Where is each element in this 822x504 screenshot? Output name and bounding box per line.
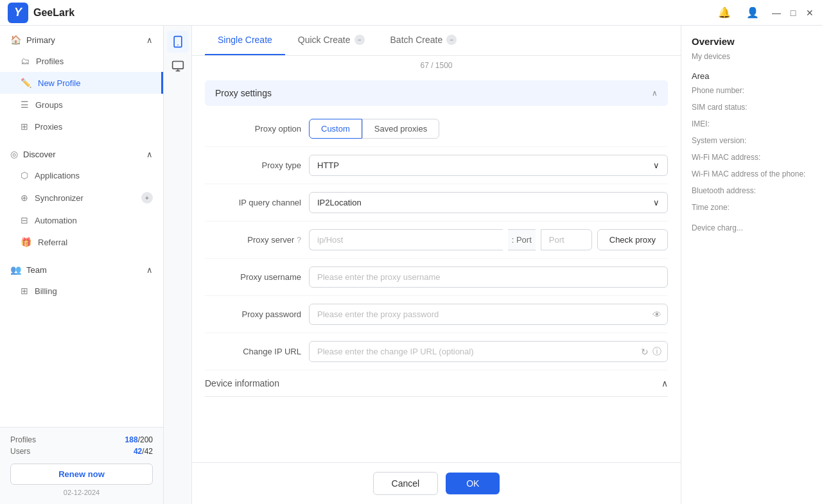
proxy-settings-header[interactable]: Proxy settings ∧ <box>205 80 668 106</box>
applications-icon: ⬡ <box>21 170 28 180</box>
device-info-title: Device information <box>205 378 279 388</box>
proxy-option-label: Proxy option <box>205 124 301 134</box>
overview-panel: Overview My devices Area Phone number: S… <box>681 26 822 504</box>
timezone-label: Time zone: <box>692 203 812 212</box>
proxy-type-label: Proxy type <box>205 161 301 170</box>
applications-label: Applications <box>35 171 80 180</box>
sidebar-item-applications[interactable]: ⬡ Applications <box>0 164 163 186</box>
users-footer-label: Users <box>10 447 30 456</box>
wifi-mac-label: Wi-Fi MAC address: <box>692 153 812 162</box>
automation-icon: ⊟ <box>21 215 28 225</box>
profiles-icon: 🗂 <box>21 56 30 66</box>
proxies-icon: ⊞ <box>21 121 28 132</box>
bell-button[interactable]: 🔔 <box>715 4 733 21</box>
proxy-password-label: Proxy password <box>205 309 301 319</box>
overview-phone-number: Phone number: <box>692 86 812 96</box>
proxy-option-custom-btn[interactable]: Custom <box>309 119 362 139</box>
overview-imei: IMEI: <box>692 119 812 130</box>
titlebar: Y GeeLark 🔔 👤 — □ ✕ <box>0 0 822 26</box>
sidebar-item-billing[interactable]: ⊞ Billing <box>0 280 163 302</box>
sidebar-item-new-profile[interactable]: ✏️ New Profile <box>0 72 163 94</box>
profiles-count-row: Profiles 188/200 <box>10 435 153 444</box>
mobile-nav-button[interactable] <box>167 31 189 53</box>
quick-create-badge: − <box>354 35 365 45</box>
quick-create-label: Quick Create <box>298 35 351 45</box>
users-count: 42/42 <box>134 447 153 456</box>
proxy-password-input[interactable] <box>309 304 668 325</box>
proxy-password-wrapper: 👁 <box>309 304 668 325</box>
team-group-label: Team <box>26 265 47 275</box>
minimize-button[interactable]: — <box>772 8 781 17</box>
proxy-server-row: Proxy server ? : Port Check proxy <box>205 222 668 259</box>
change-ip-control: ↻ ⓘ <box>309 341 668 362</box>
sidebar-item-automation[interactable]: ⊟ Automation <box>0 209 163 231</box>
proxy-server-label: Proxy server ? <box>205 235 301 245</box>
main-content: Single Create Quick Create − Batch Creat… <box>192 26 681 504</box>
tab-single-create[interactable]: Single Create <box>205 26 285 55</box>
tab-batch-create[interactable]: Batch Create − <box>378 26 470 55</box>
users-count-row: Users 42/42 <box>10 447 153 456</box>
ip-query-chevron-icon: ∨ <box>653 198 660 207</box>
referral-label: Referral <box>38 238 67 247</box>
proxy-username-input[interactable] <box>309 266 668 288</box>
bluetooth-label: Bluetooth address: <box>692 186 812 195</box>
sidebar-group-discover[interactable]: ◎ Discover ∧ <box>0 143 163 164</box>
synchronizer-icon: ⊕ <box>21 193 28 203</box>
proxy-server-control: : Port Check proxy <box>309 229 668 250</box>
close-button[interactable]: ✕ <box>805 8 814 17</box>
overview-subtitle: My devices <box>692 52 812 61</box>
overview-wifi-mac-phone: Wi-Fi MAC address of the phone: <box>692 169 812 180</box>
users-total: 42 <box>144 447 153 456</box>
discover-group-label: Discover <box>23 150 56 159</box>
proxy-option-control: Custom Saved proxies <box>309 119 668 139</box>
maximize-button[interactable]: □ <box>789 8 798 17</box>
change-ip-input[interactable] <box>309 341 668 362</box>
proxy-host-input[interactable] <box>309 229 503 250</box>
info-icon[interactable]: ⓘ <box>652 346 661 358</box>
sidebar-item-referral[interactable]: 🎁 Referral <box>0 231 163 253</box>
discover-icon: ◎ <box>10 149 18 159</box>
sidebar-item-groups[interactable]: ☰ Groups <box>0 94 163 116</box>
refresh-icon[interactable]: ↻ <box>641 347 649 357</box>
profiles-count: 188/200 <box>125 435 153 444</box>
proxy-option-toggle-group: Custom Saved proxies <box>309 119 439 139</box>
proxies-label: Proxies <box>35 122 62 132</box>
proxy-username-label: Proxy username <box>205 272 301 282</box>
ip-query-control: IP2Location ∨ <box>309 192 668 213</box>
proxy-option-saved-btn[interactable]: Saved proxies <box>362 119 439 139</box>
sidebar-item-proxies[interactable]: ⊞ Proxies <box>0 116 163 137</box>
window-controls: — □ ✕ <box>772 8 814 17</box>
change-ip-label: Change IP URL <box>205 347 301 356</box>
sidebar-section-team: 👥 Team ∧ ⊞ Billing <box>0 256 163 304</box>
footer-date: 02-12-2024 <box>10 489 153 496</box>
sidebar-footer: Profiles 188/200 Users 42/42 Renew now 0… <box>0 427 163 504</box>
change-ip-icons: ↻ ⓘ <box>641 346 661 358</box>
groups-icon: ☰ <box>21 100 29 110</box>
sim-status-label: SIM card status: <box>692 103 812 112</box>
sidebar-section-discover: ◎ Discover ∧ ⬡ Applications ⊕ Synchroniz… <box>0 140 163 256</box>
tabs-bar: Single Create Quick Create − Batch Creat… <box>192 26 681 56</box>
proxy-server-help-icon[interactable]: ? <box>297 236 301 245</box>
ok-button[interactable]: OK <box>446 473 500 494</box>
proxy-colon: : Port <box>508 229 536 250</box>
cancel-button[interactable]: Cancel <box>373 472 439 495</box>
proxy-type-select[interactable]: HTTP ∨ <box>309 155 668 176</box>
ip-query-select[interactable]: IP2Location ∨ <box>309 192 668 213</box>
sidebar-item-synchronizer[interactable]: ⊕ Synchronizer + <box>0 186 163 209</box>
svg-point-1 <box>177 44 179 46</box>
check-proxy-button[interactable]: Check proxy <box>597 229 668 250</box>
eye-icon[interactable]: 👁 <box>652 309 661 320</box>
profiles-footer-label: Profiles <box>10 435 36 444</box>
chevron-up-icon: ∧ <box>146 35 153 45</box>
proxy-port-input[interactable] <box>541 229 592 250</box>
overview-wifi-mac: Wi-Fi MAC address: <box>692 153 812 163</box>
user-button[interactable]: 👤 <box>744 4 762 21</box>
desktop-nav-button[interactable] <box>167 55 189 77</box>
device-information-section[interactable]: Device information ∧ <box>205 370 668 397</box>
sidebar-item-profiles[interactable]: 🗂 Profiles <box>0 50 163 72</box>
sidebar-group-team[interactable]: 👥 Team ∧ <box>0 258 163 280</box>
tab-quick-create[interactable]: Quick Create − <box>285 26 378 55</box>
renew-button[interactable]: Renew now <box>10 464 153 485</box>
sidebar-group-primary[interactable]: 🏠 Primary ∧ <box>0 28 163 50</box>
svg-rect-2 <box>172 62 183 69</box>
